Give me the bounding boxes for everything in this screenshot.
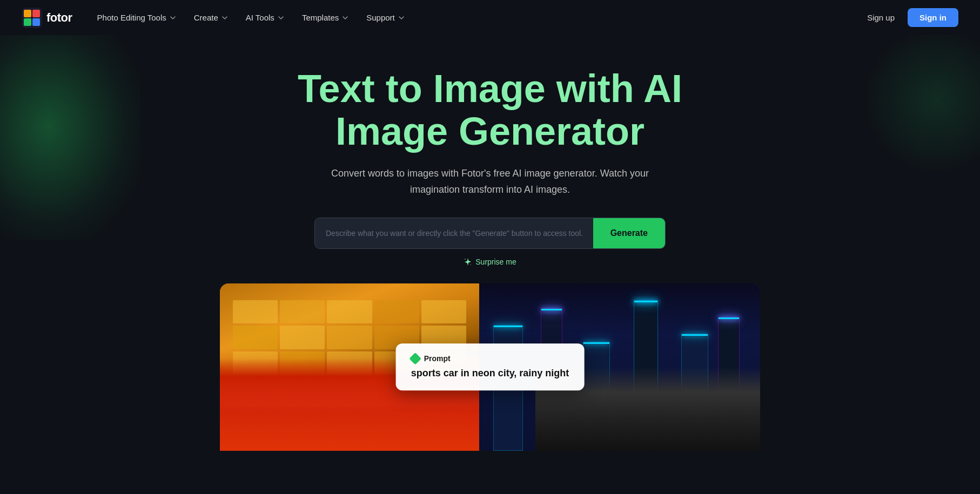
- svg-rect-3: [24, 18, 31, 26]
- diamond-icon: [409, 353, 421, 365]
- prompt-search-bar: Generate: [314, 218, 666, 249]
- sign-up-button[interactable]: Sign up: [861, 9, 901, 26]
- hero-title-line1: Text to Image with AI: [298, 67, 682, 110]
- nav-label-ai-tools: AI Tools: [246, 13, 274, 22]
- hero-title: Text to Image with AI Image Generator: [22, 67, 958, 153]
- svg-rect-4: [32, 18, 40, 26]
- prompt-input[interactable]: [315, 218, 593, 248]
- nav-item-templates[interactable]: Templates: [294, 9, 357, 26]
- prompt-label-text: Prompt: [424, 354, 451, 363]
- nav-label-create: Create: [194, 13, 218, 22]
- chevron-down-icon: [169, 14, 177, 22]
- chevron-down-icon: [221, 14, 229, 22]
- demo-image-area: Prompt sports car in neon city, rainy ni…: [220, 283, 760, 451]
- hero-subtitle: Convert words to images with Fotor's fre…: [306, 166, 674, 198]
- surprise-me-label: Surprise me: [475, 258, 516, 266]
- prompt-label: Prompt: [411, 354, 569, 363]
- nav-item-ai-tools[interactable]: AI Tools: [238, 9, 292, 26]
- chevron-down-icon: [341, 14, 349, 22]
- svg-rect-2: [32, 10, 40, 17]
- logo-text: fotor: [46, 11, 72, 25]
- nav-item-photo-editing[interactable]: Photo Editing Tools: [90, 9, 184, 26]
- nav-item-support[interactable]: Support: [359, 9, 413, 26]
- surprise-me-button[interactable]: Surprise me: [464, 258, 516, 266]
- nav-links: Photo Editing Tools Create AI Tools Temp…: [90, 9, 861, 26]
- fotor-logo-icon: [22, 8, 42, 28]
- nav-label-templates: Templates: [302, 13, 339, 22]
- generate-button[interactable]: Generate: [593, 218, 665, 248]
- sparkle-icon: [464, 258, 472, 266]
- nav-item-create[interactable]: Create: [186, 9, 236, 26]
- logo-link[interactable]: fotor: [22, 8, 72, 28]
- nav-label-support: Support: [366, 13, 395, 22]
- navbar: fotor Photo Editing Tools Create AI Tool…: [0, 0, 980, 35]
- hero-title-line2: Image Generator: [335, 110, 645, 153]
- sign-in-button[interactable]: Sign in: [908, 8, 958, 27]
- nav-actions: Sign up Sign in: [861, 8, 958, 27]
- hero-section: Text to Image with AI Image Generator Co…: [0, 35, 980, 451]
- chevron-down-icon: [277, 14, 285, 22]
- svg-point-5: [465, 259, 466, 260]
- nav-label-photo-editing: Photo Editing Tools: [97, 13, 166, 22]
- svg-rect-1: [24, 10, 31, 17]
- svg-point-6: [470, 264, 471, 265]
- chevron-down-icon: [398, 14, 405, 22]
- prompt-card: Prompt sports car in neon city, rainy ni…: [396, 343, 585, 390]
- prompt-text: sports car in neon city, rainy night: [411, 367, 569, 380]
